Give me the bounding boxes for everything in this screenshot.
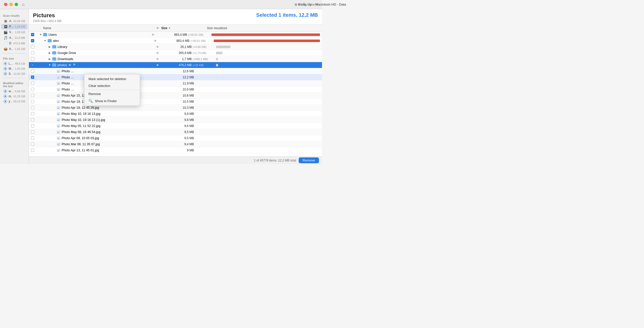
table-row[interactable]: Photo Apr 13, 11 45 01.jpg 9 MB [29,147,322,153]
row-checkbox-photo1[interactable] [31,69,38,73]
table-row[interactable]: Photo Mar 09, 11 35 07.jpg 9,4 MB [29,141,322,147]
checkbox-library[interactable] [31,45,34,48]
table-row[interactable]: Photo May 08, 16 46 54.jpg 9,5 MB [29,129,322,135]
checkbox-alex[interactable] [31,39,34,42]
row-checkbox-photo-mar09[interactable] [31,142,38,146]
checkbox-google-drive[interactable] [31,51,34,54]
filter-item-large[interactable]: Large 48,6 GB [1,61,28,66]
menu-item-clear-selection[interactable]: Clear selection [84,82,140,89]
folder-icon [52,45,56,48]
minimize-button[interactable] [9,3,13,6]
table-row[interactable]: Photo Apr 09, 10 05 03.jpg 9,5 MB [29,135,322,141]
checkbox-photo-last[interactable] [31,149,34,152]
modified-item-year[interactable]: year 59,14 GB [1,99,28,104]
row-checkbox-photo-last[interactable] [31,149,38,152]
sidebar-item-archives[interactable]: 📦 Archives 1,62 GB [1,46,28,52]
checkbox-photo-may10a[interactable] [31,112,34,115]
checkbox-photo-may05[interactable] [31,124,34,127]
row-checkbox-photo-apr19b[interactable] [31,106,38,109]
row-checkbox-downloads[interactable] [31,57,38,61]
row-checkbox-alex[interactable] [31,39,38,42]
filter-item-medium[interactable]: Medium 1,93 GB [1,66,28,71]
checkbox-photo-may10b[interactable] [31,118,34,121]
filter-item-small[interactable]: Small 12,42 GB [1,71,28,76]
table-row[interactable]: Photo May 05, 11 52 22.jpg 9,6 MB [29,123,322,129]
row-checkbox-library[interactable] [31,45,38,48]
table-row[interactable]: ▼ photos 👁🔍 👁 476,2 MB (+25 KB) [29,62,322,68]
table-row[interactable]: Photo Apr 15, 12 17 57.jpg 10,6 MB [29,93,322,99]
menu-item-label: Mark selected for deletion [88,77,126,81]
row-checkbox-photo-may08[interactable] [31,130,38,134]
row-checkbox-photo-may05[interactable] [31,124,38,127]
row-checkbox-photo-may10b[interactable] [31,118,38,121]
row-checkbox-photo4[interactable] [31,88,38,91]
table-row[interactable]: Photo … 11,9 MB [29,80,322,86]
row-expander-google-drive[interactable]: ▶ [47,51,52,54]
zoom-row-icon[interactable]: 🔍 [73,63,77,67]
table-row[interactable]: ▼ alex 👁 883,4 MB (+30,51 GB) [29,38,322,44]
table-row[interactable]: Photo May 10, 19 16 13.jpg 9,8 MB [29,111,322,117]
eye-icon[interactable]: 👁 [156,58,159,61]
checkbox-photo1[interactable] [31,69,34,73]
menu-item-remove[interactable]: Remove [84,90,140,97]
checkbox-photo-mar09[interactable] [31,142,34,146]
row-checkbox-users[interactable] [31,33,38,36]
eye-icon[interactable]: 👁 [152,33,154,36]
close-button[interactable] [4,3,7,6]
home-icon[interactable]: ⌂ [22,2,25,7]
sidebar-item-audio[interactable]: 🎵 Audio 21,8 MB [1,35,28,41]
table-row[interactable]: Photo Apr 19, 11 34 38.jpg 10,5 MB [29,99,322,105]
row-expander-users[interactable]: ▼ [38,33,43,36]
modified-item-month[interactable]: month 41,25 GB [1,94,28,99]
row-expander-downloads[interactable]: ▶ [47,58,52,60]
menu-item-show-finder[interactable]: 🔍Show in Finder [84,97,140,104]
row-expander-alex[interactable]: ▼ [43,39,48,42]
checkbox-photo-apr15[interactable] [31,94,34,97]
photo-file-icon [57,94,60,97]
sidebar-item-video[interactable]: 🎬 Video 1,59 GB [1,29,28,35]
row-checkbox-photo-apr19a[interactable] [31,100,38,103]
checkbox-photo-apr19a[interactable] [31,100,34,103]
eye-row-icon[interactable]: 👁 [68,64,71,67]
table-row[interactable]: Photo … 10,9 MB [29,86,322,93]
remove-button[interactable]: Remove [299,157,319,163]
table-row[interactable]: ▶ Downloads 👁 1,7 MB (+990,1 MB) [29,56,322,62]
checkbox-photo-apr19b[interactable] [31,106,34,109]
row-checkbox-photo-apr15[interactable] [31,94,38,97]
table-row[interactable]: ▶ Library 👁 26,1 MB (+4,66 GB) [29,44,322,50]
modified-item-week[interactable]: week 5,56 GB [1,89,28,94]
checkbox-photo3[interactable] [31,82,34,85]
table-row[interactable]: ▼ Users 👁 883,4 MB (+30,51 GB) [29,32,322,38]
table-row[interactable]: ▶ Google Drive 👁 265,9 MB (+1,73 GB) [29,50,322,56]
checkbox-photo-may08[interactable] [31,130,34,134]
row-checkbox-photo-may10a[interactable] [31,112,38,115]
sidebar-item-all-files[interactable]: ⊞ All files 62,94 GB [1,18,28,24]
row-eye: 👁 [152,33,163,36]
row-expander-photos-folder[interactable]: ▼ [47,64,52,66]
checkbox-downloads[interactable] [31,57,34,61]
table-row[interactable]: Photo Apr 19, 12 45 26.jpg 10,3 MB [29,105,322,111]
row-checkbox-photo2[interactable] [31,76,38,79]
checkbox-photo-apr09[interactable] [31,136,34,140]
checkbox-photo2[interactable] [31,76,34,79]
row-checkbox-photos-folder[interactable] [31,63,38,67]
sidebar-item-documents[interactable]: 📄 Docume… 472,4 MB [1,41,28,46]
checkbox-photos-folder[interactable] [31,63,34,67]
table-row[interactable]: Photo … 12,2 MB [29,74,322,80]
menu-item-mark-deletion[interactable]: Mark selected for deletion [84,76,140,82]
eye-icon[interactable]: 👁 [154,39,157,42]
eye-icon[interactable]: 👁 [156,51,159,54]
row-expander-library[interactable]: ▶ [47,45,52,48]
checkbox-users[interactable] [31,33,34,36]
maximize-button[interactable] [15,3,18,6]
row-checkbox-photo-apr09[interactable] [31,136,38,140]
sort-chevron-icon[interactable]: ▼ [168,27,171,29]
eye-icon[interactable]: 👁 [156,64,159,67]
table-row[interactable]: Photo May 10, 19 16 13 (1).jpg 9,8 MB [29,117,322,123]
row-checkbox-google-drive[interactable] [31,51,38,54]
eye-icon[interactable]: 👁 [156,45,159,48]
sidebar-item-pictures[interactable]: 🖼 Pictures 1,19 GB [1,24,28,29]
table-row[interactable]: Photo … 12,6 MB [29,68,322,74]
checkbox-photo4[interactable] [31,88,34,91]
row-checkbox-photo3[interactable] [31,82,38,85]
